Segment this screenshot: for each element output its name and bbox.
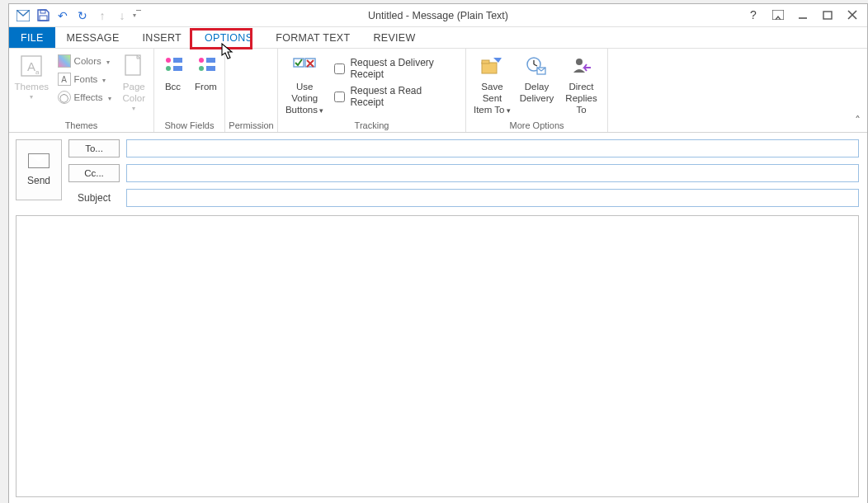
save-icon[interactable] bbox=[34, 7, 52, 25]
group-permission-label: Permission bbox=[229, 120, 274, 132]
next-item-icon: ↓ bbox=[113, 7, 131, 25]
colors-label: Colors bbox=[74, 56, 101, 66]
save-sent-label: Save Sent Item To bbox=[471, 82, 513, 115]
tab-insert[interactable]: INSERT bbox=[131, 27, 193, 48]
group-show-fields: Bcc From Show Fields bbox=[154, 49, 225, 132]
maximize-icon[interactable] bbox=[816, 6, 839, 24]
delay-delivery-label: Delay Delivery bbox=[520, 82, 554, 105]
delivery-receipt-checkbox[interactable]: Request a Delivery Receipt bbox=[334, 57, 457, 80]
direct-replies-icon bbox=[568, 52, 596, 80]
tab-format-text[interactable]: FORMAT TEXT bbox=[264, 27, 361, 48]
message-header: Send To... Cc... Subject bbox=[16, 139, 859, 207]
compose-area: Send To... Cc... Subject bbox=[9, 133, 867, 503]
ribbon: Aa Themes ▾ Colors A Fonts ◯ bbox=[9, 49, 867, 133]
ribbon-tabs: FILE MESSAGE INSERT OPTIONS FORMAT TEXT … bbox=[9, 27, 867, 49]
fonts-icon: A bbox=[58, 73, 71, 86]
svg-point-28 bbox=[576, 59, 583, 65]
send-label: Send bbox=[27, 175, 50, 186]
close-icon[interactable] bbox=[841, 6, 864, 24]
svg-rect-15 bbox=[173, 66, 182, 71]
tab-file[interactable]: FILE bbox=[9, 27, 55, 48]
svg-rect-14 bbox=[173, 58, 182, 63]
ribbon-display-options-icon[interactable] bbox=[767, 6, 790, 24]
group-permission: Permission bbox=[225, 49, 278, 132]
cc-button[interactable]: Cc... bbox=[68, 164, 120, 182]
themes-button: Aa Themes ▾ bbox=[12, 50, 51, 102]
from-label: From bbox=[195, 82, 217, 93]
message-body[interactable] bbox=[16, 215, 859, 497]
to-button[interactable]: To... bbox=[68, 139, 120, 157]
group-themes-label: Themes bbox=[12, 120, 150, 132]
themes-label: Themes bbox=[15, 82, 50, 93]
envelope-icon bbox=[28, 153, 50, 168]
svg-text:a: a bbox=[35, 68, 40, 76]
from-icon bbox=[192, 52, 220, 80]
delivery-receipt-label: Request a Delivery Receipt bbox=[350, 57, 457, 80]
app-icon[interactable] bbox=[14, 7, 32, 25]
direct-replies-to-button[interactable]: Direct Replies To bbox=[559, 50, 604, 117]
svg-rect-19 bbox=[206, 66, 215, 71]
group-more-options: Save Sent Item To Delay Delivery Direct … bbox=[466, 49, 608, 132]
title-bar: ↶ ↻ ↑ ↓ ▾ Untitled - Message (Plain Text… bbox=[9, 4, 867, 27]
bcc-label: Bcc bbox=[165, 82, 181, 93]
voting-icon bbox=[290, 52, 318, 80]
bcc-button[interactable]: Bcc bbox=[158, 50, 189, 95]
colors-icon bbox=[58, 54, 71, 68]
page-color-label: Page Color bbox=[123, 82, 145, 105]
window-controls: ? bbox=[742, 6, 864, 24]
tab-message[interactable]: MESSAGE bbox=[55, 27, 131, 48]
group-more-options-label: More Options bbox=[469, 120, 604, 132]
from-button[interactable]: From bbox=[191, 50, 222, 95]
svg-rect-22 bbox=[482, 63, 497, 73]
svg-rect-23 bbox=[482, 60, 489, 63]
undo-icon[interactable]: ↶ bbox=[54, 7, 72, 25]
svg-rect-18 bbox=[206, 58, 215, 63]
delay-delivery-button[interactable]: Delay Delivery bbox=[517, 50, 557, 106]
effects-icon: ◯ bbox=[58, 91, 71, 104]
group-themes: Aa Themes ▾ Colors A Fonts ◯ bbox=[9, 49, 154, 132]
svg-point-13 bbox=[166, 66, 171, 71]
subject-input[interactable] bbox=[126, 189, 859, 207]
page-color-button: Page Color ▾ bbox=[118, 50, 150, 114]
voting-label: Use Voting Buttons bbox=[283, 82, 326, 115]
delivery-receipt-input[interactable] bbox=[334, 63, 345, 74]
cc-input[interactable] bbox=[126, 164, 859, 182]
read-receipt-input[interactable] bbox=[334, 92, 345, 102]
save-sent-icon bbox=[478, 52, 506, 80]
send-button[interactable]: Send bbox=[16, 139, 62, 200]
tab-options[interactable]: OPTIONS bbox=[193, 27, 264, 48]
svg-rect-2 bbox=[40, 16, 47, 21]
colors-button[interactable]: Colors bbox=[53, 52, 116, 70]
svg-rect-3 bbox=[772, 10, 784, 20]
bcc-icon bbox=[159, 52, 187, 80]
read-receipt-label: Request a Read Receipt bbox=[350, 85, 457, 108]
fonts-button[interactable]: A Fonts bbox=[53, 70, 116, 88]
subject-label: Subject bbox=[68, 192, 120, 204]
svg-point-17 bbox=[199, 66, 204, 71]
read-receipt-checkbox[interactable]: Request a Read Receipt bbox=[334, 85, 457, 108]
effects-button[interactable]: ◯ Effects bbox=[53, 88, 116, 106]
redo-icon[interactable]: ↻ bbox=[73, 7, 92, 25]
svg-text:A: A bbox=[27, 59, 35, 73]
svg-point-16 bbox=[199, 58, 204, 63]
help-icon[interactable]: ? bbox=[742, 6, 765, 24]
themes-icon: Aa bbox=[17, 52, 45, 80]
page-color-icon bbox=[120, 52, 148, 80]
minimize-icon[interactable] bbox=[791, 6, 814, 24]
message-window: ↶ ↻ ↑ ↓ ▾ Untitled - Message (Plain Text… bbox=[8, 3, 868, 503]
effects-label: Effects bbox=[74, 92, 103, 102]
svg-point-12 bbox=[166, 58, 171, 63]
group-tracking-label: Tracking bbox=[281, 120, 462, 132]
delay-delivery-icon bbox=[522, 52, 550, 80]
tab-review[interactable]: REVIEW bbox=[361, 27, 427, 48]
quick-access-toolbar: ↶ ↻ ↑ ↓ ▾ bbox=[9, 7, 146, 25]
group-tracking: Use Voting Buttons Request a Delivery Re… bbox=[278, 49, 466, 132]
collapse-ribbon-icon[interactable]: ˄ bbox=[855, 114, 861, 127]
group-show-fields-label: Show Fields bbox=[158, 120, 221, 132]
qat-customize-dropdown[interactable]: ▾ bbox=[133, 7, 141, 25]
use-voting-buttons-button[interactable]: Use Voting Buttons bbox=[281, 50, 328, 117]
to-input[interactable] bbox=[126, 139, 859, 157]
svg-rect-5 bbox=[823, 12, 832, 19]
fonts-label: Fonts bbox=[74, 74, 98, 84]
save-sent-item-to-button[interactable]: Save Sent Item To bbox=[469, 50, 515, 117]
